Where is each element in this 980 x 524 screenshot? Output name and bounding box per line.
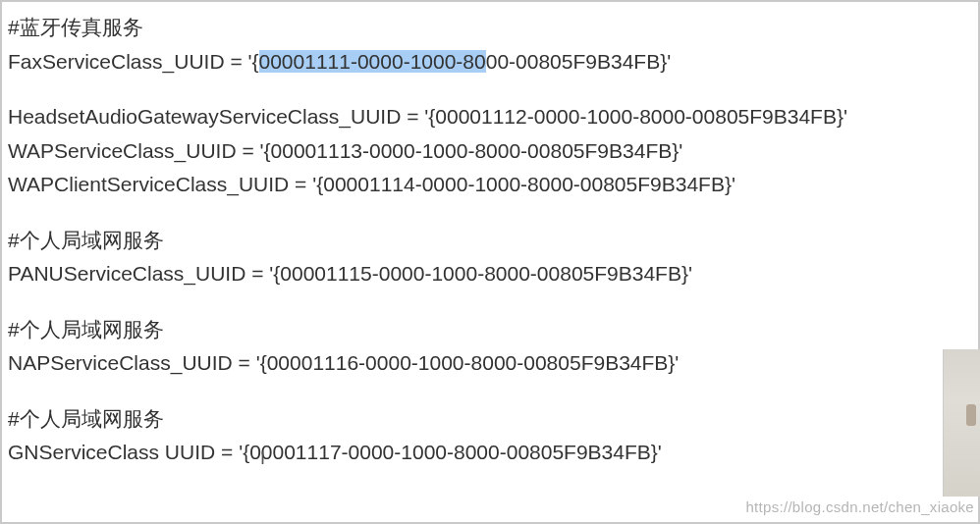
selected-text[interactable]: 00001111-0000-1000-80 <box>259 50 486 73</box>
code-gn-uuid: GNServiceClass UUID = '{00001117-0000-10… <box>8 437 972 468</box>
code-fax-prefix: FaxServiceClass_UUID = '{ <box>8 50 259 73</box>
blank-line <box>8 79 972 101</box>
blank-line <box>8 203 972 225</box>
blank-line <box>8 292 972 314</box>
code-panu-uuid: PANUServiceClass_UUID = '{00001115-0000-… <box>8 258 972 289</box>
side-photo-fragment <box>943 349 980 497</box>
code-fax-suffix: 00-00805F9B34FB}' <box>486 50 671 73</box>
code-wap-uuid: WAPServiceClass_UUID = '{00001113-0000-1… <box>8 135 972 167</box>
comment-pan2: #个人局域网服务 <box>8 314 972 345</box>
comment-pan1: #个人局域网服务 <box>8 225 972 256</box>
code-headset-uuid: HeadsetAudioGatewayServiceClass_UUID = '… <box>8 101 972 132</box>
comment-pan3: #个人局域网服务 <box>8 403 972 435</box>
code-wapclient-uuid: WAPClientServiceClass_UUID = '{00001114-… <box>8 169 972 200</box>
watermark-text: https://blog.csdn.net/chen_xiaoke <box>745 497 974 519</box>
code-fax-uuid: FaxServiceClass_UUID = '{00001111-0000-1… <box>8 46 972 78</box>
text-cursor-icon: I <box>260 445 265 472</box>
code-nap-uuid: NAPServiceClass_UUID = '{00001116-0000-1… <box>8 347 972 379</box>
blank-line <box>8 382 972 403</box>
comment-fax: #蓝牙传真服务 <box>8 12 972 43</box>
